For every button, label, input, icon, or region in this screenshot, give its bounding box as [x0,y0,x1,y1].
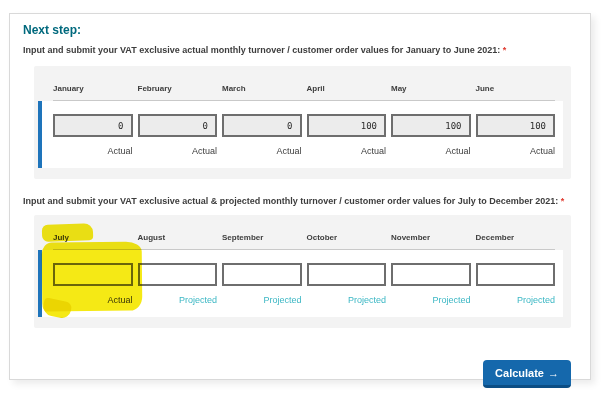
status-label-september: Projected [222,295,302,305]
status-label-april: Actual [307,146,387,156]
status-label-november: Projected [391,295,471,305]
turnover-input-january[interactable] [53,114,133,137]
cell-december: Projected [476,263,556,305]
turnover-input-june[interactable] [476,114,556,137]
status-label-august: Projected [138,295,218,305]
status-label-march: Actual [222,146,302,156]
month-header-january: January [53,84,133,93]
turnover-input-april[interactable] [307,114,387,137]
status-label-june: Actual [476,146,556,156]
cell-july: Actual [53,263,133,305]
month-header-december: December [476,233,556,242]
month-header-august: August [138,233,218,242]
cell-september: Projected [222,263,302,305]
month-header-september: September [222,233,302,242]
turnover-input-july[interactable] [53,263,133,286]
month-header-july: July [53,233,133,242]
month-header-april: April [307,84,387,93]
actions-bar: Calculate→ [10,360,571,388]
cell-june: Actual [476,114,556,156]
jan-jun-input-row: Actual Actual Actual Actual Actual Actua… [38,101,563,168]
cell-march: Actual [222,114,302,156]
turnover-input-february[interactable] [138,114,218,137]
month-header-november: November [391,233,471,242]
page-title: Next step: [23,23,590,37]
section1-description-text: Input and submit your VAT exclusive actu… [23,45,500,55]
cell-february: Actual [138,114,218,156]
turnover-input-march[interactable] [222,114,302,137]
turnover-input-august[interactable] [138,263,218,286]
cell-may: Actual [391,114,471,156]
section1-description: Input and submit your VAT exclusive actu… [23,45,577,56]
status-label-february: Actual [138,146,218,156]
required-asterisk: * [561,196,565,206]
month-header-may: May [391,84,471,93]
jul-dec-input-row: Actual Projected Projected Projected Pro… [38,250,563,317]
month-header-october: October [307,233,387,242]
cell-october: Projected [307,263,387,305]
status-label-december: Projected [476,295,556,305]
jan-jun-table: January February March April May June Ac… [34,66,571,179]
calculate-button-label: Calculate [495,367,544,379]
required-asterisk: * [503,45,507,55]
status-label-january: Actual [53,146,133,156]
month-header-march: March [222,84,302,93]
cell-january: Actual [53,114,133,156]
section2-description-text: Input and submit your VAT exclusive actu… [23,196,558,206]
cell-april: Actual [307,114,387,156]
arrow-right-icon: → [548,367,559,379]
status-label-july: Actual [53,295,133,305]
jan-jun-header-row: January February March April May June [53,66,555,101]
section2-description: Input and submit your VAT exclusive actu… [23,196,577,207]
turnover-input-october[interactable] [307,263,387,286]
turnover-input-september[interactable] [222,263,302,286]
turnover-input-november[interactable] [391,263,471,286]
cell-november: Projected [391,263,471,305]
cell-august: Projected [138,263,218,305]
status-label-october: Projected [307,295,387,305]
jul-dec-table: July August September October November D… [34,215,571,328]
month-header-june: June [476,84,556,93]
turnover-input-december[interactable] [476,263,556,286]
calculate-button[interactable]: Calculate→ [483,360,571,388]
status-label-may: Actual [391,146,471,156]
month-header-february: February [138,84,218,93]
jul-dec-header-row: July August September October November D… [53,215,555,250]
form-card: Next step: Input and submit your VAT exc… [9,13,591,380]
turnover-input-may[interactable] [391,114,471,137]
